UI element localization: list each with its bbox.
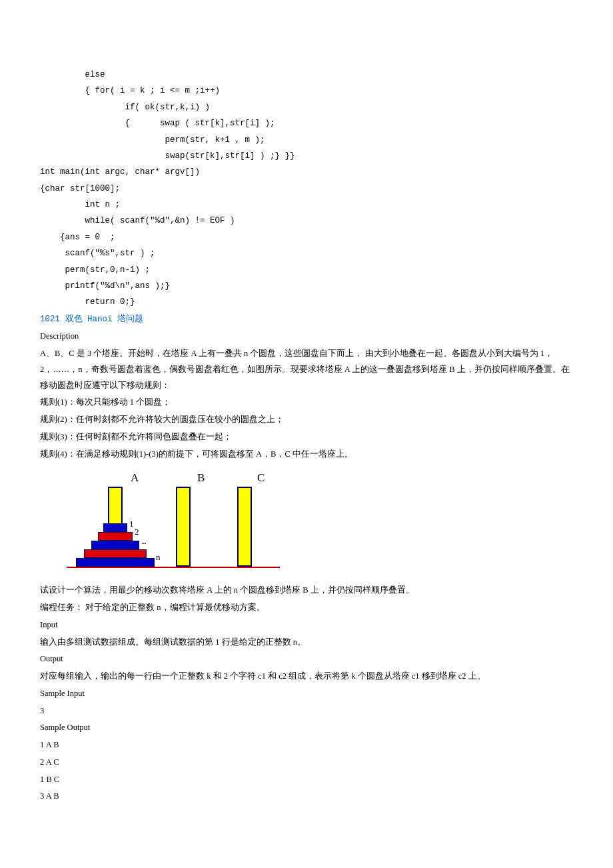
disk-label-dots: ... — [141, 533, 146, 550]
peg-c — [237, 487, 252, 567]
heading-input: Input — [40, 617, 573, 633]
peg-label-a: A — [131, 467, 139, 489]
heading-description: Description — [40, 329, 573, 345]
page-content: else { for( i = k ; i <= m ;i++) if( ok(… — [0, 0, 613, 868]
sample-output-line: 1 B C — [40, 772, 573, 788]
disk-label-n: n — [156, 549, 161, 566]
input-text: 输入由多组测试数据组成。每组测试数据的第 1 行是给定的正整数 n。 — [40, 635, 573, 651]
peg-b — [176, 487, 191, 567]
hanoi-figure: A B C 1 2 ... n — [67, 467, 573, 577]
code-block: else { for( i = k ; i <= m ;i++) if( ok(… — [40, 67, 573, 311]
disk-2 — [98, 532, 133, 541]
problem-title: 1021 双色 Hanoi 塔问题 — [40, 312, 573, 328]
disk-5 — [76, 558, 155, 567]
description-p1: A、B、C 是 3 个塔座。开始时，在塔座 A 上有一叠共 n 个圆盘，这些圆盘… — [40, 346, 573, 393]
disk-4 — [84, 549, 147, 558]
output-text: 对应每组输入，输出的每一行由一个正整数 k 和 2 个字符 c1 和 c2 组成… — [40, 669, 573, 685]
peg-label-c: C — [257, 467, 265, 489]
disk-label-1: 1 — [129, 516, 134, 533]
sample-output-line: 1 A B — [40, 737, 573, 753]
disk-label-2: 2 — [135, 524, 139, 541]
heading-sample-output: Sample Output — [40, 720, 573, 736]
rule-3: 规则(3)：任何时刻都不允许将同色圆盘叠在一起； — [40, 429, 573, 445]
description-p3: 编程任务： 对于给定的正整数 n，编程计算最优移动方案。 — [40, 600, 573, 616]
heading-sample-input: Sample Input — [40, 686, 573, 702]
peg-label-b: B — [197, 467, 205, 489]
heading-output: Output — [40, 651, 573, 667]
sample-output-line: 2 A C — [40, 755, 573, 771]
ground-line — [67, 567, 280, 568]
disk-1 — [103, 523, 127, 532]
disk-3 — [91, 541, 139, 549]
sample-input-line: 3 — [40, 703, 573, 719]
sample-output-line: 3 A B — [40, 789, 573, 805]
description-p2: 试设计一个算法，用最少的移动次数将塔座 A 上的 n 个圆盘移到塔座 B 上，并… — [40, 583, 573, 599]
rule-4: 规则(4)：在满足移动规则(1)-(3)的前提下，可将圆盘移至 A，B，C 中任… — [40, 447, 573, 463]
rule-1: 规则(1)：每次只能移动 1 个圆盘； — [40, 395, 573, 411]
rule-2: 规则(2)：任何时刻都不允许将较大的圆盘压在较小的圆盘之上； — [40, 412, 573, 428]
